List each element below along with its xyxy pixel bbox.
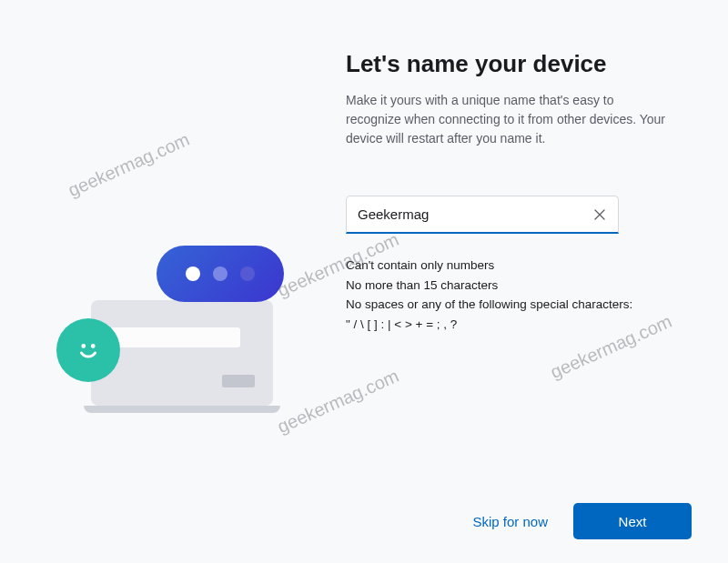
smiley-icon xyxy=(56,318,120,382)
naming-rules: Can't contain only numbers No more than … xyxy=(346,256,672,334)
chat-bubble-icon xyxy=(157,246,284,302)
device-name-field-wrap xyxy=(346,196,619,234)
rule-line: No spaces or any of the following specia… xyxy=(346,295,672,315)
content-pane: Let's name your device Make it yours wit… xyxy=(346,0,728,563)
page-title: Let's name your device xyxy=(346,50,672,78)
rule-line: No more than 15 characters xyxy=(346,276,672,296)
clear-input-button[interactable] xyxy=(588,203,612,226)
device-name-input[interactable] xyxy=(346,196,619,234)
rule-line: Can't contain only numbers xyxy=(346,256,672,276)
illustration-pane xyxy=(0,0,346,563)
close-icon xyxy=(594,209,605,220)
svg-point-0 xyxy=(83,345,85,347)
oobe-name-device-screen: Let's name your device Make it yours wit… xyxy=(0,0,728,563)
svg-point-1 xyxy=(92,345,94,347)
footer-actions: Skip for now Next xyxy=(472,503,692,539)
skip-for-now-link[interactable]: Skip for now xyxy=(472,514,548,529)
device-illustration xyxy=(55,200,291,400)
next-button[interactable]: Next xyxy=(573,503,692,539)
rule-line: " / \ [ ] : | < > + = ; , ? xyxy=(346,315,672,335)
page-description: Make it yours with a unique name that's … xyxy=(346,91,672,148)
